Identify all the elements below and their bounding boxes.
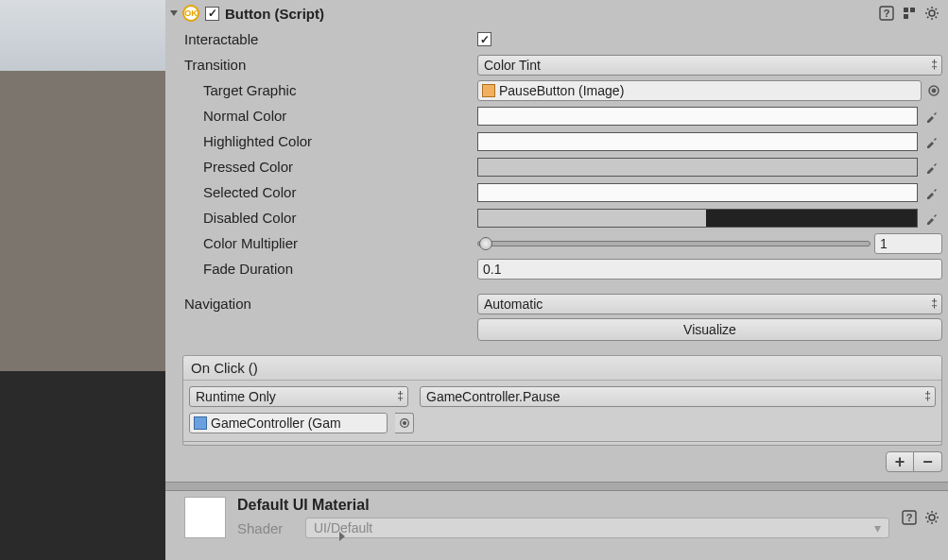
onclick-entry-row-2: GameController (Gam xyxy=(189,413,936,433)
target-graphic-label: Target Graphic xyxy=(182,82,477,98)
object-picker-icon[interactable] xyxy=(925,80,942,101)
transition-dropdown[interactable]: Color Tint xyxy=(477,55,942,76)
scene-view-bottom xyxy=(0,371,165,560)
gear-icon[interactable] xyxy=(923,5,940,22)
transition-value: Color Tint xyxy=(484,58,541,73)
disabled-color-swatch[interactable] xyxy=(477,209,918,228)
inspector-panel: OK Button (Script) ? Interactable xyxy=(165,0,948,560)
fade-duration-label: Fade Duration xyxy=(182,261,477,277)
selected-color-swatch[interactable] xyxy=(477,183,918,202)
scene-view xyxy=(0,0,165,560)
disabled-color-row: Disabled Color xyxy=(182,205,942,230)
color-multiplier-label: Color Multiplier xyxy=(182,235,477,251)
material-preview[interactable] xyxy=(184,497,226,538)
function-dropdown[interactable]: GameController.Pause xyxy=(420,386,936,407)
normal-color-swatch[interactable] xyxy=(477,107,918,126)
onclick-target-field[interactable]: GameController (Gam xyxy=(189,413,388,433)
onclick-entry-row-1: Runtime Only GameController.Pause xyxy=(189,386,936,407)
material-section: Default UI Material Shader UI/Default ? xyxy=(165,491,948,538)
add-button[interactable]: + xyxy=(886,451,914,472)
svg-rect-3 xyxy=(910,8,915,12)
color-multiplier-slider[interactable] xyxy=(477,241,870,246)
script-ok-icon: OK xyxy=(182,5,199,22)
gameobject-type-icon xyxy=(194,416,207,430)
help-icon[interactable]: ? xyxy=(901,509,918,526)
onclick-target-value: GameController (Gam xyxy=(211,416,341,431)
highlighted-color-swatch[interactable] xyxy=(477,132,918,151)
list-add-remove: + − xyxy=(165,446,948,472)
remove-button[interactable]: − xyxy=(914,451,942,472)
pressed-color-row: Pressed Color xyxy=(182,154,942,179)
fade-duration-row: Fade Duration 0.1 xyxy=(182,256,942,281)
transition-label: Transition xyxy=(182,57,477,73)
disabled-color-label: Disabled Color xyxy=(182,210,477,226)
help-icon[interactable]: ? xyxy=(878,5,895,22)
expand-handle-icon[interactable] xyxy=(336,528,349,545)
svg-rect-4 xyxy=(904,14,908,19)
gear-icon[interactable] xyxy=(923,509,940,526)
eyedropper-icon[interactable] xyxy=(922,157,942,178)
svg-point-12 xyxy=(929,515,935,520)
svg-rect-2 xyxy=(904,8,908,12)
shader-label: Shader xyxy=(237,520,296,536)
scene-view-ground xyxy=(0,71,165,371)
svg-text:?: ? xyxy=(906,512,913,523)
component-enabled-checkbox[interactable] xyxy=(205,7,219,21)
material-name: Default UI Material xyxy=(237,497,889,514)
navigation-value: Automatic xyxy=(484,297,543,312)
color-multiplier-row: Color Multiplier 1 xyxy=(182,230,942,256)
component-title: Button (Script) xyxy=(225,6,324,22)
target-graphic-field[interactable]: PauseButton (Image) xyxy=(477,80,922,101)
svg-point-5 xyxy=(929,10,935,16)
onclick-header: On Click () xyxy=(183,356,941,381)
eyedropper-icon[interactable] xyxy=(922,131,942,152)
navigation-row: Navigation Automatic xyxy=(182,291,942,316)
normal-color-label: Normal Color xyxy=(182,108,477,124)
object-picker-icon[interactable] xyxy=(395,413,414,433)
selected-color-row: Selected Color xyxy=(182,179,942,205)
highlighted-color-label: Highlighted Color xyxy=(182,133,477,149)
target-graphic-row: Target Graphic PauseButton (Image) xyxy=(182,77,942,103)
foldout-toggle-icon[interactable] xyxy=(167,7,181,20)
shader-dropdown[interactable]: UI/Default xyxy=(305,518,889,538)
normal-color-row: Normal Color xyxy=(182,103,942,128)
eyedropper-icon[interactable] xyxy=(922,208,942,229)
fade-duration-input[interactable]: 0.1 xyxy=(477,259,942,280)
pressed-color-label: Pressed Color xyxy=(182,159,477,175)
interactable-row: Interactable xyxy=(182,26,942,52)
pressed-color-swatch[interactable] xyxy=(477,158,918,177)
runtime-dropdown[interactable]: Runtime Only xyxy=(189,386,408,407)
image-type-icon xyxy=(482,84,495,97)
svg-text:?: ? xyxy=(884,8,890,19)
navigation-dropdown[interactable]: Automatic xyxy=(477,294,942,314)
interactable-label: Interactable xyxy=(182,31,477,47)
eyedropper-icon[interactable] xyxy=(922,182,942,203)
visualize-row: Visualize xyxy=(182,316,942,342)
target-graphic-value: PauseButton (Image) xyxy=(499,83,624,98)
interactable-checkbox[interactable] xyxy=(477,32,491,46)
visualize-button[interactable]: Visualize xyxy=(477,318,942,341)
component-divider xyxy=(165,482,948,491)
svg-point-7 xyxy=(932,89,936,93)
preset-icon[interactable] xyxy=(901,5,918,22)
onclick-section: On Click () Runtime Only GameController.… xyxy=(182,355,942,442)
highlighted-color-row: Highlighted Color xyxy=(182,128,942,154)
color-multiplier-input[interactable]: 1 xyxy=(874,233,942,254)
transition-row: Transition Color Tint xyxy=(182,52,942,77)
navigation-label: Navigation xyxy=(182,296,477,312)
component-header[interactable]: OK Button (Script) ? xyxy=(165,0,948,26)
scene-view-sky xyxy=(0,0,165,71)
eyedropper-icon[interactable] xyxy=(922,106,942,127)
selected-color-label: Selected Color xyxy=(182,184,477,200)
svg-point-9 xyxy=(403,421,405,424)
slider-thumb[interactable] xyxy=(479,237,492,250)
